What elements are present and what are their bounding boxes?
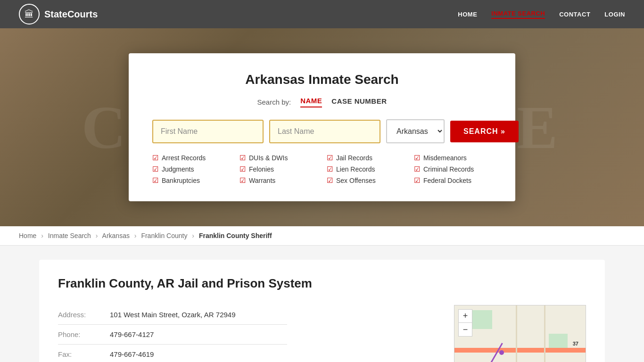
checkbox-label: Criminal Records (423, 165, 474, 173)
checkbox-felonies: ☑ Felonies (239, 165, 317, 173)
breadcrumb-current: Franklin County Sheriff (199, 232, 272, 239)
breadcrumb-home[interactable]: Home (19, 232, 36, 239)
checkbox-label: Warrants (249, 177, 275, 184)
checkbox-label: Bankruptcies (162, 177, 200, 184)
search-by-label: Search by: (257, 98, 291, 106)
checkbox-warrants: ☑ Warrants (239, 176, 317, 185)
map-green-area2 (549, 334, 568, 348)
phone-value: 479-667-4127 (105, 325, 287, 345)
nav-home[interactable]: HOME (458, 11, 477, 18)
checkboxes-grid: ☑ Arrest Records ☑ DUIs & DWIs ☑ Jail Re… (152, 154, 492, 185)
content-card: Franklin County, AR Jail and Prison Syst… (39, 260, 605, 362)
search-by-row: Search by: NAME CASE NUMBER (152, 97, 492, 107)
check-icon: ☑ (414, 165, 420, 173)
map-label-37a: 37 (573, 341, 578, 346)
fax-label: Fax: (58, 345, 105, 362)
checkbox-label: Federal Dockets (423, 177, 471, 184)
check-icon: ☑ (327, 176, 333, 185)
map-highway-h (454, 348, 586, 353)
phone-label: Phone: (58, 325, 105, 345)
check-icon: ☑ (239, 154, 246, 162)
state-select[interactable]: Arkansas Alabama Alaska Arizona Californ… (386, 119, 445, 143)
check-icon: ☑ (239, 165, 246, 173)
tab-name[interactable]: NAME (300, 97, 322, 107)
breadcrumb: Home › Inmate Search › Arkansas › Frankl… (0, 226, 644, 246)
checkbox-misdemeanors: ☑ Misdemeanors (414, 154, 492, 162)
breadcrumb-sep: › (192, 232, 194, 239)
fax-value: 479-667-4619 (105, 345, 287, 362)
checkbox-label: Arrest Records (162, 154, 206, 162)
breadcrumb-sep: › (134, 232, 137, 239)
checkbox-label: DUIs & DWIs (249, 154, 288, 162)
checkbox-duis-dwis: ☑ DUIs & DWIs (239, 154, 317, 162)
nav-inmate-search[interactable]: INMATE SEARCH (491, 10, 545, 19)
map-controls: + − (458, 309, 472, 337)
modal-title: Arkansas Inmate Search (152, 72, 492, 87)
main-nav: HOME INMATE SEARCH CONTACT LOGIN (458, 10, 625, 19)
address-value: 101 West Main Street, Ozark, AR 72949 (105, 305, 287, 325)
check-icon: ☑ (152, 176, 158, 185)
checkbox-label: Jail Records (336, 154, 372, 162)
check-icon: ☑ (327, 154, 333, 162)
check-icon: ☑ (414, 176, 420, 185)
breadcrumb-sep: › (41, 232, 43, 239)
checkbox-criminal-records: ☑ Criminal Records (414, 165, 492, 173)
site-header: 🏛 StateCourts HOME INMATE SEARCH CONTACT… (0, 0, 644, 28)
checkbox-label: Sex Offenses (336, 177, 376, 184)
map-placeholder: 37 37 + − (454, 305, 586, 362)
nav-contact[interactable]: CONTACT (559, 11, 590, 18)
map-container: 37 37 + − (454, 305, 586, 362)
check-icon: ☑ (327, 165, 333, 173)
zoom-out-button[interactable]: − (459, 323, 472, 336)
checkbox-lien-records: ☑ Lien Records (327, 165, 405, 173)
zoom-in-button[interactable]: + (459, 310, 472, 323)
first-name-input[interactable] (152, 120, 264, 143)
checkbox-label: Felonies (249, 165, 274, 173)
checkbox-federal-dockets: ☑ Federal Dockets (414, 176, 492, 185)
check-icon: ☑ (414, 154, 420, 162)
check-icon: ☑ (152, 165, 158, 173)
checkbox-label: Misdemeanors (423, 154, 467, 162)
checkbox-arrest-records: ☑ Arrest Records (152, 154, 230, 162)
info-table: Address: 101 West Main Street, Ozark, AR… (58, 305, 287, 362)
breadcrumb-franklin-county[interactable]: Franklin County (141, 232, 187, 239)
info-section: Address: 101 West Main Street, Ozark, AR… (58, 305, 440, 362)
content-body: Address: 101 West Main Street, Ozark, AR… (58, 305, 586, 362)
address-label: Address: (58, 305, 105, 325)
check-icon: ☑ (152, 154, 158, 162)
breadcrumb-arkansas[interactable]: Arkansas (102, 232, 130, 239)
content-area: Franklin County, AR Jail and Prison Syst… (0, 246, 644, 362)
map-road-v2 (544, 305, 545, 362)
breadcrumb-sep: › (96, 232, 98, 239)
search-form: Arkansas Alabama Alaska Arizona Californ… (152, 119, 492, 143)
logo-text: StateCourts (44, 9, 98, 20)
tab-case-number[interactable]: CASE NUMBER (331, 97, 387, 107)
content-title: Franklin County, AR Jail and Prison Syst… (58, 276, 586, 291)
breadcrumb-inmate-search[interactable]: Inmate Search (48, 232, 91, 239)
search-modal: Arkansas Inmate Search Search by: NAME C… (129, 53, 515, 201)
check-icon: ☑ (239, 176, 246, 185)
checkbox-jail-records: ☑ Jail Records (327, 154, 405, 162)
fax-row: Fax: 479-667-4619 (58, 345, 287, 362)
phone-row: Phone: 479-667-4127 (58, 325, 287, 345)
map-road-v (516, 305, 517, 362)
last-name-input[interactable] (269, 120, 380, 143)
hero-section: COURTHOUSE Arkansas Inmate Search Search… (0, 28, 644, 226)
logo-icon: 🏛 (19, 4, 40, 25)
nav-login[interactable]: LOGIN (604, 11, 625, 18)
checkbox-judgments: ☑ Judgments (152, 165, 230, 173)
checkbox-label: Judgments (162, 165, 194, 173)
address-row: Address: 101 West Main Street, Ozark, AR… (58, 305, 287, 325)
search-button[interactable]: SEARCH » (450, 121, 519, 142)
route-dot (499, 350, 504, 355)
checkbox-bankruptcies: ☑ Bankruptcies (152, 176, 230, 185)
logo[interactable]: 🏛 StateCourts (19, 4, 98, 25)
checkbox-label: Lien Records (336, 165, 375, 173)
checkbox-sex-offenses: ☑ Sex Offenses (327, 176, 405, 185)
